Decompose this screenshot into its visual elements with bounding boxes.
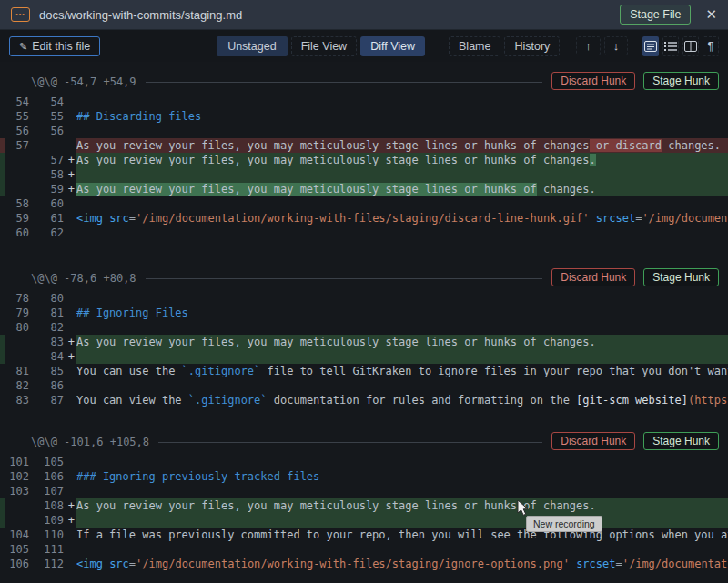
stage-hunk-button[interactable]: Stage Hunk [643, 72, 719, 90]
hunk-range-label: \@\@ -101,6 +105,8 [0, 436, 149, 448]
diff-line[interactable]: 8286 [0, 378, 728, 393]
discard-hunk-button[interactable]: Discard Hunk [551, 268, 635, 286]
hunk-header: \@\@ -78,6 +80,8Discard HunkStage Hunk [0, 267, 728, 289]
diff-line[interactable]: 7981## Ignoring Files [0, 306, 728, 320]
diff-line[interactable]: 104110If a file was previously committed… [0, 528, 728, 542]
titlebar: ••• docs/working-with-commits/staging.md… [0, 0, 728, 30]
old-line-number [5, 167, 29, 182]
stage-file-button[interactable]: Stage File [620, 5, 691, 25]
hunk-view-icon[interactable] [642, 36, 659, 56]
line-sign [64, 393, 76, 407]
diff-line[interactable]: 108+As you review your files, you may me… [0, 498, 728, 513]
diff-line[interactable]: 5961<img src='/img/documentation/working… [0, 211, 728, 226]
diff-line[interactable]: 109+ [0, 513, 728, 528]
line-content: ### Ignoring previously tracked files [76, 469, 728, 484]
diff-line[interactable]: 8082 [0, 320, 728, 335]
tab-diff-view[interactable]: Diff View [360, 36, 425, 56]
split-view-icon[interactable] [682, 36, 699, 56]
code-segment: `.gitignore` [188, 394, 268, 407]
code-segment [590, 212, 596, 225]
diff-line[interactable]: 5656 [0, 124, 728, 138]
line-sign [64, 484, 76, 498]
hunk-header: \@\@ -54,7 +54,9Discard HunkStage Hunk [0, 71, 728, 93]
diff-line[interactable]: 101105 [0, 455, 728, 469]
line-content: As you review your files, you may meticu… [76, 182, 728, 196]
code-segment: src [109, 558, 129, 570]
stage-hunk-button[interactable]: Stage Hunk [643, 268, 719, 286]
line-content [76, 542, 728, 557]
old-line-number [5, 349, 29, 364]
line-sign: + [64, 513, 76, 528]
hunk-header: \@\@ -101,6 +105,8Discard HunkStage Hunk [0, 431, 728, 453]
line-content: <img src='/img/documentation/working-wit… [76, 557, 728, 571]
diff-line[interactable]: 57+As you review your files, you may met… [0, 153, 728, 167]
diff-line[interactable]: 105111 [0, 542, 728, 557]
diff-line[interactable]: 6062 [0, 226, 728, 240]
edit-file-button[interactable]: ✎Edit this file [9, 36, 100, 56]
code-segment: changes. [537, 183, 596, 196]
line-content [76, 455, 728, 469]
diff-line[interactable]: 7880 [0, 291, 728, 306]
new-line-number: 84 [29, 349, 64, 364]
new-line-number: 87 [29, 393, 64, 407]
list-view-icon[interactable] [662, 36, 679, 56]
tab-file-view[interactable]: File View [291, 36, 357, 56]
recording-tooltip: New recording [526, 516, 602, 532]
diff-hunks: \@\@ -54,7 +54,9Discard HunkStage Hunk54… [0, 62, 728, 571]
new-line-number: 80 [29, 291, 64, 306]
line-sign: + [64, 153, 76, 167]
old-line-number: 106 [5, 557, 29, 571]
old-line-number: 55 [5, 109, 29, 124]
previous-change-arrow-up-icon[interactable]: ↑ [576, 36, 601, 55]
diff-line[interactable]: 84+ [0, 349, 728, 364]
diff-line[interactable]: 5454 [0, 95, 728, 109]
stage-hunk-button[interactable]: Stage Hunk [643, 432, 719, 450]
line-sign [64, 528, 76, 542]
code-segment: '/img/documentation/working-w [642, 212, 728, 225]
old-line-number: 83 [5, 393, 29, 407]
code-segment: `.gitignore` [182, 365, 261, 377]
new-line-number: 106 [29, 469, 64, 484]
close-icon[interactable]: ✕ [705, 6, 717, 23]
discard-hunk-button[interactable]: Discard Hunk [551, 72, 635, 90]
code-segment: or discard [590, 139, 662, 152]
new-line-number: 61 [29, 211, 64, 226]
new-line-number: 58 [29, 167, 64, 182]
line-content: If a file was previously committed to yo… [76, 528, 728, 542]
line-content [76, 484, 728, 498]
diff-line[interactable]: 103107 [0, 484, 728, 498]
history-button[interactable]: History [504, 36, 560, 56]
diff-hunk: \@\@ -54,7 +54,9Discard HunkStage Hunk54… [0, 71, 728, 240]
line-sign [64, 211, 76, 226]
discard-hunk-button[interactable]: Discard Hunk [551, 432, 635, 450]
line-sign [64, 557, 76, 571]
mouse-cursor [517, 499, 531, 517]
code-segment: As you review your files, you may meticu… [76, 154, 590, 166]
line-sign [64, 455, 76, 469]
new-line-number: 55 [29, 109, 64, 124]
diff-line[interactable]: 57-As you review your files, you may met… [0, 138, 728, 153]
diff-line[interactable]: 58+ [0, 167, 728, 182]
diff-line[interactable]: 5860 [0, 196, 728, 211]
diff-line[interactable]: 59+As you review your files, you may met… [0, 182, 728, 196]
diff-line[interactable]: 5555## Discarding files [0, 109, 728, 124]
pilcrow-icon[interactable]: ¶ [703, 36, 719, 56]
line-content [76, 513, 728, 528]
diff-line[interactable]: 8185You can use the `.gitignore` file to… [0, 364, 728, 378]
diff-line[interactable]: 102106### Ignoring previously tracked fi… [0, 469, 728, 484]
old-line-number: 78 [5, 291, 29, 306]
blame-button[interactable]: Blame [449, 36, 500, 56]
old-line-number: 102 [5, 469, 29, 484]
line-sign: + [64, 498, 76, 513]
diff-line[interactable]: 106112<img src='/img/documentation/worki… [0, 557, 728, 571]
diff-line[interactable]: 83+As you review your files, you may met… [0, 335, 728, 349]
code-segment: . [590, 154, 596, 166]
new-line-number: 86 [29, 378, 64, 393]
next-change-arrow-down-icon[interactable]: ↓ [604, 36, 629, 55]
old-line-number: 79 [5, 306, 29, 320]
code-segment: '/img/documentation/working-with-files/s… [136, 558, 570, 570]
diff-line[interactable]: 8387You can view the `.gitignore` docume… [0, 393, 728, 407]
line-content [76, 349, 728, 364]
new-line-number: 62 [29, 226, 64, 240]
old-line-number: 104 [5, 528, 29, 542]
